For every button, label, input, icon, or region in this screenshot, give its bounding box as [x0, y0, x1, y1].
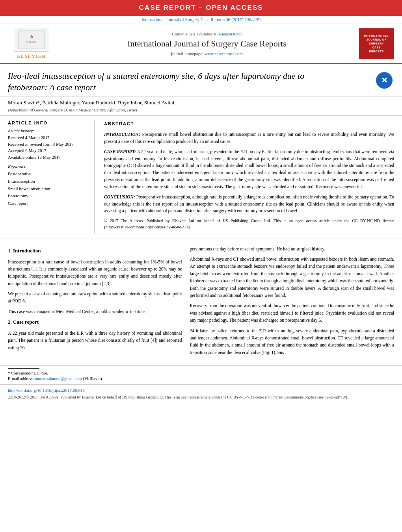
elsevier-logo: 📚 ELSEVIER ELSEVIER: [8, 28, 55, 59]
footnotes: * Corresponding author. E-mail address: …: [0, 365, 402, 384]
email-note: E-mail address: moran.salomon@gmail.com …: [8, 376, 394, 381]
received-date: Received 4 March 2017: [8, 134, 88, 141]
email-link[interactable]: moran.salomon@gmail.com: [35, 376, 82, 381]
body-right-column: persimmons the day before onset of sympt…: [190, 245, 394, 359]
keyword-3: Small bowel obstruction: [8, 185, 88, 193]
abstract-case-report: CASE REPORT: A 22 year old male, who is …: [104, 148, 394, 191]
article-columns: ARTICLE INFO Article history: Received 4…: [0, 115, 402, 239]
article-info-heading: ARTICLE INFO: [8, 120, 88, 125]
article-info-column: ARTICLE INFO Article history: Received 4…: [8, 120, 95, 234]
case-report-banner: CASE REPORT – OPEN ACCESS: [0, 0, 402, 16]
crossmark-icon: ✕: [376, 72, 393, 89]
section2-para3: Abdominal X-rays and CT showed small bow…: [190, 256, 394, 299]
authors-section: Moran Slavin*, Patricia Malinger, Yaron …: [0, 96, 402, 115]
abstract-introduction: INTRODUCTION: Postoperative small bowel …: [104, 131, 394, 145]
section2-para1: A 22 year old male presented to the E.R …: [8, 330, 182, 351]
abstract-conclusion: CONCLUSION: Postoperative intussusceptio…: [104, 194, 394, 215]
history-label: Article history:: [8, 128, 88, 133]
journal-name: International Journal of Surgery Case Re…: [55, 39, 359, 49]
doi-line: http://dx.doi.org/10.1016/j.ijscr.2017.0…: [8, 388, 394, 393]
journal-info-bar: International Journal of Surgery Case Re…: [0, 16, 402, 24]
case-label: CASE REPORT:: [104, 149, 136, 154]
conclusion-text: Postoperative intussusception, although …: [104, 195, 394, 213]
section2-para5: 24 h later the patient returned to the E…: [190, 327, 394, 356]
corresponding-author-note: * Corresponding author.: [8, 371, 394, 375]
journal-header: 📚 ELSEVIER ELSEVIER Contents lists avail…: [0, 24, 402, 64]
keyword-4: Enterotomy: [8, 192, 88, 200]
journal-logo-right: INTERNATIONALJOURNAL OFSURGERYCASEREPORT…: [359, 28, 394, 59]
body-left-column: 1. Introduction Intussusception is a rar…: [8, 245, 182, 359]
keyword-1: Postoperative: [8, 170, 88, 178]
keywords-list: Postoperative Intussusception Small bowe…: [8, 170, 88, 207]
authors-list: Moran Slavin*, Patricia Malinger, Yaron …: [8, 100, 394, 106]
article-history-block: Article history: Received 4 March 2017 R…: [8, 128, 88, 160]
section1-para2: We present a case of an antegrade intuss…: [8, 290, 182, 305]
intro-label: INTRODUCTION:: [104, 132, 140, 137]
issn-line: 2210-2612/© 2017 The Authors. Published …: [8, 394, 394, 400]
section2-para2: persimmons the day before onset of sympt…: [190, 245, 394, 252]
section1-para1: Intussusception is a rare cause of bowel…: [8, 258, 182, 287]
accepted-date: Accepted 6 May 2017: [8, 147, 88, 154]
footer-bar: http://dx.doi.org/10.1016/j.ijscr.2017.0…: [0, 384, 402, 403]
case-text: A 22 year old male, who is a fruitarian,…: [104, 149, 394, 189]
elsevier-logo-image: 📚 ELSEVIER: [14, 28, 49, 52]
section2-para4: Recovery from the operation was uneventf…: [190, 302, 394, 324]
svg-rect-0: [19, 31, 45, 49]
sciencedirect-link[interactable]: ScienceDirect: [218, 32, 242, 36]
elsevier-brand-text: ELSEVIER: [17, 53, 46, 59]
abstract-copyright: © 2017 The Authors. Published by Elsevie…: [104, 218, 394, 231]
footnote-rule: [8, 368, 39, 369]
section1-heading: 1. Introduction: [8, 247, 182, 255]
homepage-link[interactable]: www.casereports.com: [205, 51, 243, 56]
conclusion-label: CONCLUSION:: [104, 195, 135, 199]
section2-heading: 2. Case report: [8, 318, 182, 326]
keyword-5: Case report: [8, 200, 88, 207]
main-body: 1. Introduction Intussusception is a rar…: [0, 239, 402, 365]
journal-homepage: journal homepage: www.casereports.com: [55, 51, 359, 56]
keyword-2: Intussusception: [8, 178, 88, 185]
keywords-block: Keywords: Postoperative Intussusception …: [8, 164, 88, 207]
keywords-label: Keywords:: [8, 164, 88, 169]
affiliation: Department of General Surgery B, Meir Me…: [8, 108, 394, 112]
intro-text: Postoperative small bowel obstruction du…: [104, 132, 394, 144]
journal-title-center: Contents lists available at ScienceDirec…: [55, 32, 359, 56]
article-title-section: Ileo-ileal intussusception of a sutured …: [0, 64, 402, 96]
article-title: Ileo-ileal intussusception of a sutured …: [8, 70, 331, 93]
crossmark-logo: ✕: [374, 70, 394, 90]
contents-link-line: Contents lists available at ScienceDirec…: [55, 32, 359, 36]
doi-link[interactable]: http://dx.doi.org/10.1016/j.ijscr.2017.0…: [8, 388, 85, 393]
svg-text:ELSEVIER: ELSEVIER: [26, 41, 37, 43]
journal-citation: International Journal of Surgery Case Re…: [141, 17, 261, 22]
revised-date: Received in revised form 3 May 2017: [8, 141, 88, 148]
abstract-column: ABSTRACT INTRODUCTION: Postoperative sma…: [104, 120, 394, 234]
abstract-heading: ABSTRACT: [104, 120, 394, 127]
section1-para3: This case was managed at Meir Medical Ce…: [8, 308, 182, 315]
svg-text:📚: 📚: [30, 35, 34, 39]
available-date: Available online 15 May 2017: [8, 154, 88, 161]
